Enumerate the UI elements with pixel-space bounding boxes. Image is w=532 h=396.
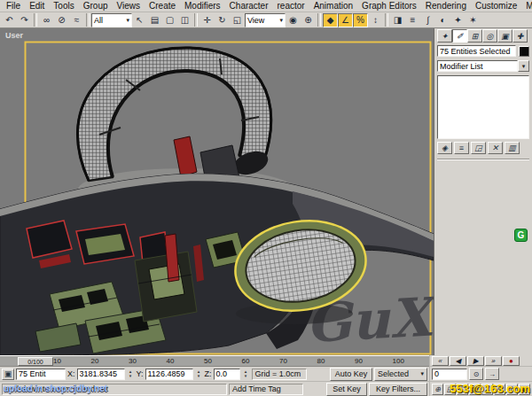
next-key-icon[interactable]: → xyxy=(485,368,499,380)
chevron-down-icon[interactable]: ▾ xyxy=(518,60,529,72)
icon-glyph: All xyxy=(94,16,103,25)
menu-item[interactable]: reactor xyxy=(273,1,309,11)
show-end-result-icon[interactable]: ≡ xyxy=(454,142,469,154)
select-by-name-icon[interactable]: ▤ xyxy=(147,13,162,27)
modifier-list-dropdown[interactable]: Modifier List xyxy=(437,60,518,72)
selection-filter-dropdown[interactable]: All xyxy=(91,13,132,27)
remove-modifier-icon[interactable]: ✕ xyxy=(488,142,503,154)
icon-glyph: ↶ xyxy=(5,15,12,25)
modifier-stack-toolbar: ◈≡◲✕▥ xyxy=(437,142,529,154)
3dsmax-window: FileEditToolsGroupViewsCreateModifiersCh… xyxy=(0,0,532,396)
menu-item[interactable]: Animation xyxy=(309,1,357,11)
go-to-start-button[interactable]: « xyxy=(432,356,449,366)
spinner-icon[interactable]: ▴▾ xyxy=(242,369,250,378)
x-coordinate-field[interactable]: 3181.8345 xyxy=(77,369,125,380)
undo-icon[interactable]: ↶ xyxy=(2,13,17,27)
curve-editor-icon[interactable]: ∫ xyxy=(420,13,435,27)
main-toolbar: ↶↷∞⊘≈All↖▤▢◫✛↻◱View◉⊕◆∠%↕◨≡∫◐✦✶ xyxy=(0,12,532,28)
menu-item[interactable]: Graph Editors xyxy=(357,1,421,11)
pin-stack-icon[interactable]: ◈ xyxy=(437,142,452,154)
reference-coordinate-dropdown[interactable]: View xyxy=(245,13,286,27)
menu-item[interactable]: Group xyxy=(79,1,113,11)
icon-glyph: ↕ xyxy=(373,15,378,25)
panel-divider xyxy=(437,159,529,160)
icon-glyph: ◐ xyxy=(440,15,445,25)
key-selection-dropdown[interactable]: Selected xyxy=(374,368,427,381)
key-filters-button[interactable]: Key Filters... xyxy=(369,383,427,396)
auto-key-button[interactable]: Auto Key xyxy=(330,368,372,381)
previous-frame-button[interactable]: ◀ xyxy=(450,356,466,366)
icon-glyph: ✐ xyxy=(457,32,464,41)
select-and-manipulate-icon[interactable]: ⊕ xyxy=(301,13,316,27)
menu-item[interactable]: MAXScript xyxy=(521,1,532,11)
tab-create[interactable]: ✦ xyxy=(437,29,452,43)
tab-motion[interactable]: ◎ xyxy=(482,29,497,43)
selection-lock-icon[interactable]: ▣ xyxy=(2,369,14,380)
menu-item[interactable]: Modifiers xyxy=(180,1,225,11)
tab-display[interactable]: ▣ xyxy=(497,29,512,43)
window-crossing-icon[interactable]: ◫ xyxy=(177,13,192,27)
select-and-rotate-icon[interactable]: ↻ xyxy=(215,13,230,27)
material-editor-icon[interactable]: ◐ xyxy=(435,13,450,27)
icon-glyph: ◎ xyxy=(487,32,494,41)
snap-toggle-icon[interactable]: ◆ xyxy=(323,13,338,27)
y-coordinate-field[interactable]: 1126.4859 xyxy=(145,369,193,380)
spinner-snap-icon[interactable]: ↕ xyxy=(368,13,383,27)
quick-render-icon[interactable]: ✶ xyxy=(466,13,481,27)
spinner-icon[interactable]: ▴▾ xyxy=(195,369,203,378)
modifier-stack-list[interactable] xyxy=(437,75,529,139)
percent-snap-icon[interactable]: % xyxy=(353,13,368,27)
go-to-end-button[interactable]: » xyxy=(485,356,502,366)
select-and-scale-icon[interactable]: ◱ xyxy=(230,13,245,27)
toolbar-separator xyxy=(34,13,37,27)
select-and-link-icon[interactable]: ∞ xyxy=(39,13,54,27)
select-and-move-icon[interactable]: ✛ xyxy=(200,13,215,27)
selection-count-field[interactable]: 75 Entit xyxy=(16,369,66,380)
menu-item[interactable]: Character xyxy=(225,1,273,11)
redo-icon[interactable]: ↷ xyxy=(17,13,32,27)
time-slider[interactable]: 0/100 xyxy=(18,357,53,366)
key-mode-toggle-button[interactable]: ● xyxy=(503,356,520,366)
add-time-tag[interactable]: Add Time Tag xyxy=(229,384,303,395)
track-bar[interactable]: 0102030405060708090100 0/100 xyxy=(0,355,429,367)
menu-item[interactable]: Customize xyxy=(471,1,521,11)
select-object-icon[interactable]: ↖ xyxy=(132,13,147,27)
menu-item[interactable]: Rendering xyxy=(421,1,471,11)
render-scene-icon[interactable]: ✦ xyxy=(450,13,466,27)
object-name-field[interactable]: 75 Entities Selected xyxy=(437,45,516,57)
menu-item[interactable]: Tools xyxy=(49,1,78,11)
tab-hierarchy[interactable]: ⊞ xyxy=(467,29,482,43)
rectangular-selection-region-icon[interactable]: ▢ xyxy=(162,13,177,27)
toolbar-separator xyxy=(194,13,198,27)
tab-utilities[interactable]: ✚ xyxy=(512,29,528,43)
play-button[interactable]: ▶ xyxy=(467,356,484,366)
menu-item[interactable]: File xyxy=(2,1,25,11)
current-frame-field[interactable]: 0 xyxy=(432,369,467,380)
playback-controls: «◀▶»● xyxy=(430,355,532,367)
tab-modify[interactable]: ✐ xyxy=(452,29,467,43)
perspective-viewport[interactable]: GuX xyxy=(0,28,434,355)
object-color-swatch[interactable] xyxy=(519,46,529,57)
set-key-button[interactable]: Set Key xyxy=(326,383,367,396)
configure-modifier-sets-icon[interactable]: ▥ xyxy=(505,142,520,154)
menu-item[interactable]: Create xyxy=(145,1,180,11)
timeline-tick-label: 60 xyxy=(242,357,250,365)
angle-snap-icon[interactable]: ∠ xyxy=(338,13,353,27)
align-icon[interactable]: ≡ xyxy=(405,13,420,27)
bind-to-spacewarp-icon[interactable]: ≈ xyxy=(69,13,84,27)
icon-glyph: ● xyxy=(509,357,513,365)
rollout-area xyxy=(437,162,529,354)
unlink-selection-icon[interactable]: ⊘ xyxy=(54,13,69,27)
menu-item[interactable]: Edit xyxy=(25,1,49,11)
zoom-icon[interactable]: ⊕ xyxy=(432,384,443,395)
mirror-icon[interactable]: ◨ xyxy=(390,13,405,27)
menu-item[interactable]: Views xyxy=(113,1,145,11)
icon-glyph: ↷ xyxy=(20,15,27,25)
spinner-icon[interactable]: ▴▾ xyxy=(127,369,135,378)
z-coordinate-field[interactable]: 0.0 xyxy=(214,369,240,380)
watermark-bottom-left: upload in shop.cjdby.net xyxy=(4,384,107,393)
use-pivot-point-icon[interactable]: ◉ xyxy=(286,13,301,27)
make-unique-icon[interactable]: ◲ xyxy=(471,142,486,154)
time-configuration-icon[interactable]: ⊙ xyxy=(469,368,483,380)
green-g-overlay-badge[interactable]: G xyxy=(514,229,528,242)
